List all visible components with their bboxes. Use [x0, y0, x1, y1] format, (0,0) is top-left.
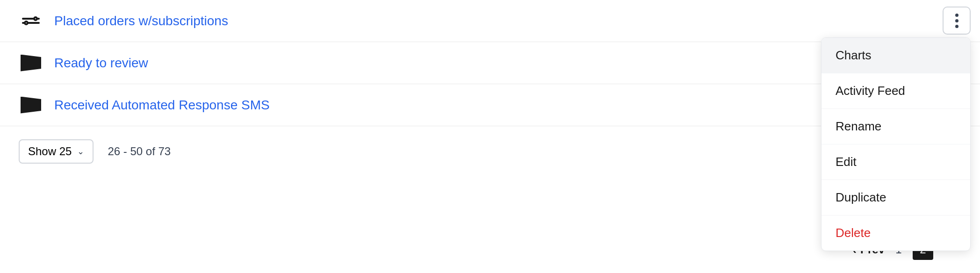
dropdown-item-charts[interactable]: Charts	[821, 38, 970, 73]
pagination-range: 26 - 50 of 73	[108, 145, 171, 158]
filter-line-2	[22, 22, 40, 24]
filter-line-1	[22, 18, 40, 20]
dot-2	[955, 19, 958, 22]
dot-3	[955, 25, 958, 28]
dropdown-item-activity-feed[interactable]: Activity Feed	[821, 73, 970, 109]
show-select-label: Show 25	[28, 145, 72, 158]
row-placed-orders[interactable]: Placed orders w/subscriptions	[0, 0, 980, 42]
dropdown-item-duplicate-label: Duplicate	[836, 190, 886, 204]
filter-dot-1	[33, 16, 38, 21]
row-label-ready-to-review: Ready to review	[54, 56, 148, 71]
row-label-placed-orders: Placed orders w/subscriptions	[54, 14, 228, 29]
dropdown-item-delete-label: Delete	[836, 226, 871, 240]
flag-icon-1	[21, 55, 41, 72]
flag-icon-wrapper-1	[19, 51, 43, 75]
filter-icon	[22, 18, 40, 24]
dot-1	[955, 14, 958, 17]
dropdown-item-edit-label: Edit	[836, 155, 857, 169]
dropdown-item-edit[interactable]: Edit	[821, 144, 970, 180]
filter-icon-wrapper	[19, 9, 43, 33]
dropdown-item-rename-label: Rename	[836, 119, 881, 133]
flag-icon-wrapper-2	[19, 93, 43, 117]
main-container: Placed orders w/subscriptions Ready to r…	[0, 0, 980, 273]
dropdown-item-rename[interactable]: Rename	[821, 109, 970, 144]
more-options-button[interactable]	[943, 7, 971, 35]
dropdown-item-delete[interactable]: Delete	[821, 216, 970, 251]
filter-dot-2	[24, 21, 29, 25]
flag-icon-2	[21, 97, 41, 114]
dropdown-item-charts-label: Charts	[836, 48, 872, 62]
dropdown-menu: Charts Activity Feed Rename Edit Duplica…	[821, 37, 971, 251]
show-select[interactable]: Show 25 ⌄	[19, 139, 94, 164]
dropdown-item-activity-feed-label: Activity Feed	[836, 84, 905, 98]
row-label-automated-response: Received Automated Response SMS	[54, 98, 270, 113]
chevron-down-icon: ⌄	[77, 146, 84, 157]
dropdown-item-duplicate[interactable]: Duplicate	[821, 180, 970, 216]
